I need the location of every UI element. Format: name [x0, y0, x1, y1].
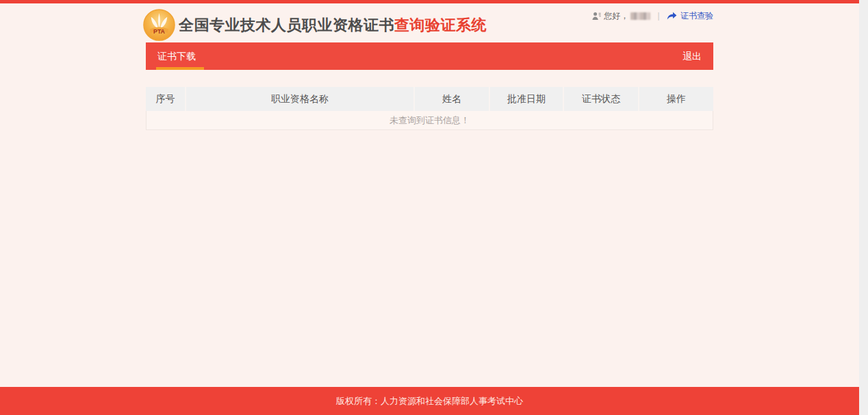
- user-bar-divider: ｜: [654, 10, 663, 22]
- scrollbar-track[interactable]: [859, 0, 868, 415]
- page-title-main: 全国专业技术人员职业资格证书: [179, 16, 394, 34]
- user-bar: 您好， ｜ 证书查验: [592, 10, 713, 22]
- page-title-accent: 查询验证系统: [394, 16, 487, 34]
- brand: PTA 全国专业技术人员职业资格证书查询验证系统: [143, 9, 487, 41]
- viewport: PTA 全国专业技术人员职业资格证书查询验证系统 您好， ｜: [0, 0, 868, 415]
- page-content: PTA 全国专业技术人员职业资格证书查询验证系统 您好， ｜: [0, 0, 859, 415]
- pta-logo-text: PTA: [153, 28, 166, 35]
- column-header-certificate-status: 证书状态: [563, 87, 638, 111]
- table-empty-state: 未查询到证书信息！: [146, 111, 713, 130]
- user-name-redacted: [630, 12, 650, 20]
- column-header-name: 姓名: [413, 87, 489, 111]
- column-header-operation: 操作: [638, 87, 713, 111]
- logout-button[interactable]: 退出: [671, 42, 713, 70]
- table-header-row: 序号 职业资格名称 姓名 批准日期 证书状态 操作: [146, 87, 713, 111]
- empty-state-message: 未查询到证书信息！: [390, 114, 470, 127]
- logout-label: 退出: [682, 51, 702, 62]
- tab-certificate-download-label: 证书下载: [157, 51, 196, 62]
- user-greeting: 您好，: [604, 10, 628, 22]
- certificate-table: 序号 职业资格名称 姓名 批准日期 证书状态 操作 未查询到证书信息！: [146, 87, 713, 130]
- share-arrow-icon: [667, 12, 677, 21]
- copyright-text: 版权所有：人力资源和社会保障部人事考试中心: [336, 395, 523, 407]
- pta-logo-icon: PTA: [143, 9, 175, 41]
- main-navbar: 证书下载 退出: [146, 42, 713, 70]
- user-icon: [592, 12, 601, 21]
- active-tab-indicator: [156, 67, 204, 70]
- column-header-qualification-name: 职业资格名称: [185, 87, 413, 111]
- page-footer: 版权所有：人力资源和社会保障部人事考试中心: [0, 387, 859, 415]
- column-header-approval-date: 批准日期: [489, 87, 563, 111]
- column-header-index: 序号: [146, 87, 185, 111]
- site-header: PTA 全国专业技术人员职业资格证书查询验证系统 您好， ｜: [146, 3, 713, 42]
- certificate-verify-label: 证书查验: [680, 10, 713, 22]
- tab-certificate-download[interactable]: 证书下载: [146, 42, 207, 70]
- page-title: 全国专业技术人员职业资格证书查询验证系统: [179, 15, 487, 36]
- certificate-verify-link[interactable]: 证书查验: [667, 10, 713, 22]
